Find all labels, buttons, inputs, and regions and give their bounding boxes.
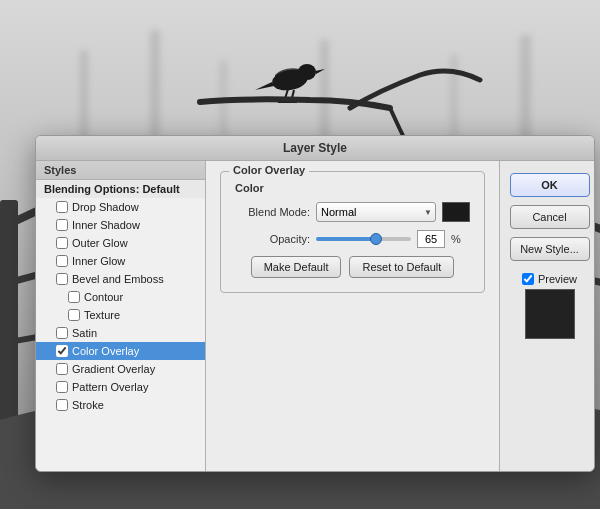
bevel-emboss-checkbox[interactable] <box>56 273 68 285</box>
sidebar-item-pattern-overlay[interactable]: Pattern Overlay <box>36 378 205 396</box>
sidebar-item-satin-label: Satin <box>72 327 97 339</box>
preview-section: Preview <box>522 273 577 339</box>
opacity-label: Opacity: <box>235 233 310 245</box>
sidebar-item-color-overlay-label: Color Overlay <box>72 345 139 357</box>
sidebar-item-contour[interactable]: Contour <box>36 288 205 306</box>
sidebar-item-stroke[interactable]: Stroke <box>36 396 205 414</box>
reset-default-button[interactable]: Reset to Default <box>349 256 454 278</box>
sidebar-item-drop-shadow-label: Drop Shadow <box>72 201 139 213</box>
color-swatch[interactable] <box>442 202 470 222</box>
sidebar-item-inner-glow-label: Inner Glow <box>72 255 125 267</box>
inner-shadow-checkbox[interactable] <box>56 219 68 231</box>
cancel-button[interactable]: Cancel <box>510 205 590 229</box>
preview-label: Preview <box>538 273 577 285</box>
opacity-value-input[interactable] <box>417 230 445 248</box>
right-panel: OK Cancel New Style... Preview <box>499 161 595 471</box>
new-style-button[interactable]: New Style... <box>510 237 590 261</box>
percent-sign: % <box>451 233 461 245</box>
pattern-overlay-checkbox[interactable] <box>56 381 68 393</box>
sidebar-item-inner-shadow-label: Inner Shadow <box>72 219 140 231</box>
preview-swatch <box>525 289 575 339</box>
color-overlay-checkbox[interactable] <box>56 345 68 357</box>
opacity-row: Opacity: % <box>235 230 470 248</box>
main-content: Color Overlay Color Blend Mode: Normal D… <box>206 161 499 471</box>
texture-checkbox[interactable] <box>68 309 80 321</box>
sidebar-item-bevel-emboss[interactable]: Bevel and Emboss <box>36 270 205 288</box>
make-default-button[interactable]: Make Default <box>251 256 342 278</box>
dialog-title: Layer Style <box>283 141 347 155</box>
blend-mode-select[interactable]: Normal Dissolve Multiply Screen Overlay <box>316 202 436 222</box>
sidebar-item-gradient-overlay-label: Gradient Overlay <box>72 363 155 375</box>
subsection-color-title: Color <box>235 182 470 194</box>
sidebar-item-texture-label: Texture <box>84 309 120 321</box>
sidebar-item-contour-label: Contour <box>84 291 123 303</box>
stroke-checkbox[interactable] <box>56 399 68 411</box>
sidebar-item-gradient-overlay[interactable]: Gradient Overlay <box>36 360 205 378</box>
blend-mode-row: Blend Mode: Normal Dissolve Multiply Scr… <box>235 202 470 222</box>
satin-checkbox[interactable] <box>56 327 68 339</box>
preview-label-row: Preview <box>522 273 577 285</box>
blend-mode-label: Blend Mode: <box>235 206 310 218</box>
ok-button[interactable]: OK <box>510 173 590 197</box>
sidebar: Styles Blending Options: Default Drop Sh… <box>36 161 206 471</box>
blend-mode-select-wrapper[interactable]: Normal Dissolve Multiply Screen Overlay … <box>316 202 436 222</box>
default-buttons-row: Make Default Reset to Default <box>235 256 470 278</box>
dialog-titlebar: Layer Style <box>36 136 594 161</box>
sidebar-item-pattern-overlay-label: Pattern Overlay <box>72 381 148 393</box>
sidebar-item-blending-options[interactable]: Blending Options: Default <box>36 180 205 198</box>
preview-checkbox[interactable] <box>522 273 534 285</box>
layer-style-dialog: Layer Style Styles Blending Options: Def… <box>35 135 595 472</box>
sidebar-item-stroke-label: Stroke <box>72 399 104 411</box>
sidebar-item-blending-options-label: Blending Options: Default <box>44 183 180 195</box>
sidebar-item-outer-glow-label: Outer Glow <box>72 237 128 249</box>
inner-glow-checkbox[interactable] <box>56 255 68 267</box>
gradient-overlay-checkbox[interactable] <box>56 363 68 375</box>
color-overlay-section: Color Overlay Color Blend Mode: Normal D… <box>220 171 485 293</box>
drop-shadow-checkbox[interactable] <box>56 201 68 213</box>
sidebar-item-outer-glow[interactable]: Outer Glow <box>36 234 205 252</box>
opacity-slider[interactable] <box>316 237 411 241</box>
sidebar-item-inner-glow[interactable]: Inner Glow <box>36 252 205 270</box>
section-title: Color Overlay <box>229 164 309 176</box>
sidebar-item-bevel-emboss-label: Bevel and Emboss <box>72 273 164 285</box>
sidebar-header: Styles <box>36 161 205 180</box>
sidebar-item-inner-shadow[interactable]: Inner Shadow <box>36 216 205 234</box>
sidebar-item-texture[interactable]: Texture <box>36 306 205 324</box>
sidebar-item-drop-shadow[interactable]: Drop Shadow <box>36 198 205 216</box>
contour-checkbox[interactable] <box>68 291 80 303</box>
outer-glow-checkbox[interactable] <box>56 237 68 249</box>
sidebar-item-satin[interactable]: Satin <box>36 324 205 342</box>
opacity-slider-wrapper: % <box>316 230 461 248</box>
sidebar-item-color-overlay[interactable]: Color Overlay <box>36 342 205 360</box>
